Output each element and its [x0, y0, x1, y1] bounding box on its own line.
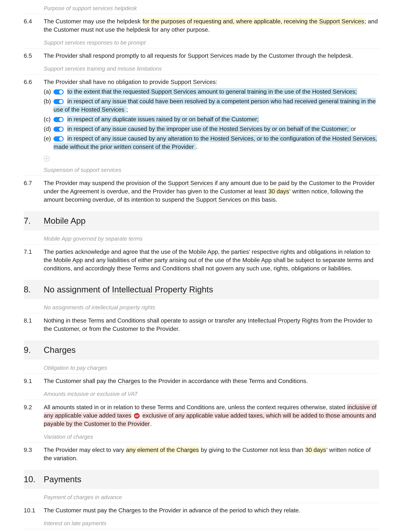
text: The Customer must pay the [44, 507, 119, 513]
text: : [216, 79, 217, 85]
optional-text[interactable]: in respect of any issue that could have … [54, 98, 376, 113]
clause-note: Support services training and misuse lim… [24, 63, 379, 75]
text: by giving to the Customer not less than [199, 446, 305, 453]
clause-6-7: 6.7 The Provider may suspend the provisi… [24, 179, 379, 204]
clause-number: 9.3 [24, 446, 44, 463]
text: The Provider shall respond promptly to a… [44, 52, 188, 59]
clause-body: The Customer must pay the Charges to the… [44, 506, 379, 515]
optional-text[interactable]: to the extent that the requested Support… [67, 88, 357, 95]
defined-term[interactable]: Mobile App [189, 248, 218, 255]
defined-term[interactable]: Hosted Services [312, 88, 355, 95]
clause-number: 7.1 [24, 247, 44, 273]
clause-7-1: 7.1 The parties acknowledge and agree th… [24, 247, 379, 273]
text: or [351, 126, 356, 132]
optional-text[interactable]: in respect of any issue caused by the im… [67, 125, 351, 132]
note-text: Interest on late payments [44, 519, 379, 527]
clause-note: Mobile App governed by separate terms [24, 234, 379, 245]
note-text: Support services responses to be prompt [44, 39, 379, 47]
text: Nothing in these Terms and Conditions sh… [44, 317, 248, 324]
section-heading-9: 9. Charges [24, 340, 379, 360]
highlighted-text[interactable]: for the purposes of requesting and, wher… [142, 18, 365, 25]
defined-term[interactable]: Charges [118, 378, 140, 385]
text: made by the Customer through the helpdes… [233, 52, 353, 59]
optional-text[interactable]: in respect of any issue caused by any al… [54, 135, 377, 150]
clause-number: 9.1 [24, 377, 44, 386]
clause-9-3: 9.3 The Provider may elect to vary any e… [24, 446, 379, 463]
add-sub-clause-button[interactable] [44, 156, 50, 162]
sub-label: (b) [44, 97, 54, 105]
clause-body: The Provider shall have no obligation to… [44, 78, 379, 162]
toggle-switch[interactable] [54, 127, 64, 132]
defined-term[interactable]: Intellectual Property Rights [248, 317, 319, 324]
defined-term[interactable]: Hosted Services [210, 135, 253, 142]
defined-term[interactable]: Charges [119, 507, 141, 514]
text: The Provider shall have no obligation to… [44, 79, 170, 85]
text: The Provider may suspend the provision o… [44, 180, 168, 186]
text: to the Provider in accordance with these… [140, 378, 308, 384]
note-text: Variation of charges [44, 433, 379, 441]
clause-number: 6.7 [24, 179, 44, 204]
defined-term[interactable]: Support Services [188, 52, 233, 59]
toggle-switch[interactable] [54, 99, 64, 104]
defined-term[interactable]: Support Services [170, 79, 216, 86]
section-heading-10: 10. Payments [24, 470, 379, 489]
text: on this basis. [241, 196, 277, 203]
text: . [196, 143, 198, 150]
defined-term[interactable]: Hosted Services [332, 135, 375, 142]
clause-body: The Provider shall respond promptly to a… [44, 51, 379, 60]
section-title: Charges [44, 344, 76, 356]
defined-term[interactable]: Support Services [319, 18, 364, 25]
defined-term[interactable]: Hosted Services [219, 126, 263, 133]
text: . [150, 420, 152, 427]
note-text: Support services training and misuse lim… [44, 65, 379, 73]
note-text: Mobile App governed by separate terms [44, 235, 379, 243]
note-text: Obligation to pay charges [44, 364, 379, 372]
clause-note: Support services responses to be prompt [24, 38, 379, 48]
clause-note: Variation of charges [24, 432, 379, 443]
sub-clause-c: (c) in respect of any duplicate issues r… [44, 115, 379, 123]
clause-6-6: 6.6 The Provider shall have no obligatio… [24, 78, 379, 162]
clause-9-1: 9.1 The Customer shall pay the Charges t… [24, 377, 379, 386]
sub-label: (e) [44, 134, 54, 143]
text: The parties acknowledge and agree that t… [44, 248, 189, 255]
text: The Customer may use the helpdesk [44, 18, 142, 25]
editable-value[interactable]: 30 days [305, 446, 327, 453]
toggle-switch[interactable] [54, 136, 64, 141]
editable-value[interactable]: 30 days [268, 188, 290, 195]
note-text: Suspension of support services [44, 166, 379, 174]
section-heading-8: 8. No assignment of Intellectual Propert… [24, 280, 379, 299]
clause-note: Payment of charges in advance [24, 492, 379, 503]
clause-note: Interest on late payments [24, 518, 379, 529]
clause-number: 9.2 [24, 403, 44, 429]
defined-term[interactable]: Support Services [196, 196, 241, 203]
text: to the Provider in advance of the period… [141, 507, 300, 513]
clause-body: The Provider may suspend the provision o… [44, 179, 379, 204]
defined-term[interactable]: Hosted Services [81, 106, 124, 113]
defined-term[interactable]: Mobile App [44, 216, 86, 226]
text: All amounts stated in or in relation to … [44, 404, 347, 411]
clause-6-5: 6.5 The Provider shall respond promptly … [24, 51, 379, 60]
section-number: 8. [24, 284, 44, 295]
defined-term[interactable]: Support Services [168, 180, 213, 187]
clause-note: Suspension of support services [24, 165, 379, 176]
clause-note: No assignments of intellectual property … [24, 302, 379, 313]
defined-term[interactable]: Mobile App [242, 257, 272, 264]
clause-number: 6.4 [24, 17, 44, 34]
sub-label: (d) [44, 125, 54, 133]
clause-8-1: 8.1 Nothing in these Terms and Condition… [24, 316, 379, 334]
defined-term[interactable]: Support Services [151, 88, 196, 95]
text: ; [126, 106, 128, 113]
defined-term[interactable]: Mobile App [54, 257, 83, 264]
optional-text[interactable]: in respect of any duplicate issues raise… [67, 116, 259, 123]
toggle-switch[interactable] [54, 89, 64, 95]
or-selector[interactable]: or [134, 413, 140, 419]
note-text: No assignments of intellectual property … [44, 304, 379, 311]
toggle-switch[interactable] [54, 117, 64, 122]
sub-label: (a) [44, 87, 54, 96]
clause-body: Nothing in these Terms and Conditions sh… [44, 316, 379, 334]
defined-term[interactable]: Intellectual Property Rights [112, 285, 213, 295]
section-title: Payments [44, 473, 81, 485]
section-number: 7. [24, 215, 44, 227]
clause-body: The Customer shall pay the Charges to th… [44, 377, 379, 386]
editable-value[interactable]: any element of the Charges [126, 446, 199, 453]
